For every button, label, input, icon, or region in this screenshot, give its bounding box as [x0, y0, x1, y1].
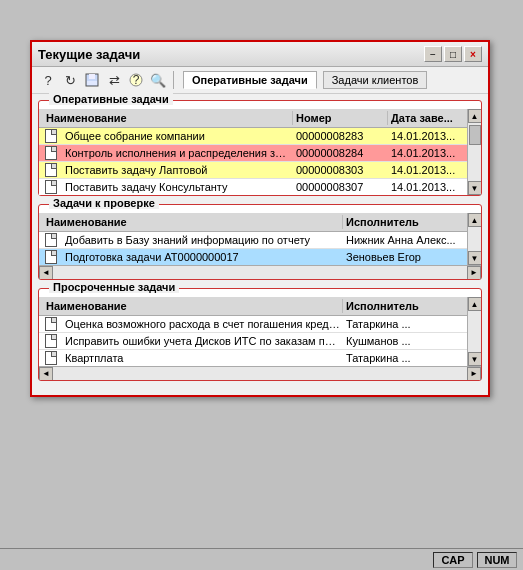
tab-clients[interactable]: Задачи клиентов — [323, 71, 428, 89]
status-bar: CAP NUM — [0, 548, 523, 570]
doc-icon — [43, 233, 59, 247]
save-icon[interactable] — [82, 70, 102, 90]
scroll-thumb[interactable] — [469, 125, 481, 145]
row-date: 14.01.2013... — [388, 180, 463, 194]
scroll-right-btn[interactable]: ► — [467, 266, 481, 280]
scroll-up-btn[interactable]: ▲ — [468, 213, 482, 227]
table-row[interactable]: Квартплата Татаркина ... — [39, 350, 467, 366]
review-scrollbar-h[interactable]: ◄ ► — [39, 265, 481, 279]
refresh-icon[interactable]: ↻ — [60, 70, 80, 90]
scroll-left-btn[interactable]: ◄ — [39, 266, 53, 280]
row-date: 14.01.2013... — [388, 163, 463, 177]
row-name: Оценка возможного расхода в счет погашен… — [62, 317, 343, 331]
row-num: 00000008303 — [293, 163, 388, 177]
row-name: Контроль исполнения и распределения зада… — [62, 146, 293, 160]
row-exec: Татаркина ... — [343, 317, 463, 331]
table-row[interactable]: Подготовка задачи АТ0000000017 Зеновьев … — [39, 249, 467, 265]
svg-rect-2 — [87, 81, 97, 85]
row-name: Добавить в Базу знаний информацию по отч… — [62, 233, 343, 247]
doc-icon — [43, 317, 59, 331]
row-exec: Татаркина ... — [343, 351, 463, 365]
transfer-icon[interactable]: ⇄ — [104, 70, 124, 90]
section-operative-title: Оперативные задачи — [49, 93, 173, 105]
table-row[interactable]: Контроль исполнения и распределения зада… — [39, 145, 467, 162]
section-operative: Оперативные задачи Наименование Номер Да… — [38, 100, 482, 196]
toolbar-separator — [173, 71, 174, 89]
close-button[interactable]: × — [464, 46, 482, 62]
overdue-scrollbar-h[interactable]: ◄ ► — [39, 366, 481, 380]
row-name: Поставить задачу Консультанту — [62, 180, 293, 194]
overdue-scrollbar-v[interactable]: ▲ ▼ — [467, 297, 481, 366]
col-name-header: Наименование — [43, 111, 293, 125]
table-row[interactable]: Добавить в Базу знаний информацию по отч… — [39, 232, 467, 249]
table-row[interactable]: Общее собрание компании 00000008283 14.0… — [39, 128, 467, 145]
toolbar: ? ↻ ⇄ ? 🔍 Оперативные задачи Задачи клие… — [32, 67, 488, 94]
row-exec: Кушманов ... — [343, 334, 463, 348]
title-bar: Текущие задачи − □ × — [32, 42, 488, 67]
main-window: Текущие задачи − □ × ? ↻ ⇄ ? 🔍 Оперативн… — [30, 40, 490, 397]
doc-icon — [43, 180, 59, 194]
row-name: Исправить ошибки учета Дисков ИТС по зак… — [62, 334, 343, 348]
svg-text:?: ? — [133, 73, 140, 87]
col-name-header-r: Наименование — [43, 215, 343, 229]
row-num: 00000008284 — [293, 146, 388, 160]
maximize-button[interactable]: □ — [444, 46, 462, 62]
svg-rect-1 — [89, 74, 95, 79]
scroll-down-btn[interactable]: ▼ — [468, 251, 482, 265]
scroll-up-btn[interactable]: ▲ — [468, 109, 482, 123]
col-exec-header-r: Исполнитель — [343, 215, 463, 229]
scroll-track-h — [53, 368, 467, 380]
row-name: Поставить задачу Лаптовой — [62, 163, 293, 177]
section-review-title: Задачи к проверке — [49, 197, 159, 209]
doc-icon — [43, 351, 59, 365]
row-date: 14.01.2013... — [388, 129, 463, 143]
row-exec: Зеновьев Егор — [343, 250, 463, 264]
section-overdue: Просроченные задачи Наименование Исполни… — [38, 288, 482, 381]
search-icon[interactable]: 🔍 — [148, 70, 168, 90]
doc-icon — [43, 334, 59, 348]
section-review: Задачи к проверке Наименование Исполните… — [38, 204, 482, 280]
doc-icon — [43, 129, 59, 143]
row-name: Общее собрание компании — [62, 129, 293, 143]
info-icon[interactable]: ? — [126, 70, 146, 90]
doc-icon — [43, 146, 59, 160]
desktop: Текущие задачи − □ × ? ↻ ⇄ ? 🔍 Оперативн… — [0, 0, 523, 570]
cap-indicator: CAP — [433, 552, 473, 568]
help-icon[interactable]: ? — [38, 70, 58, 90]
window-controls: − □ × — [424, 46, 482, 62]
scroll-right-btn[interactable]: ► — [467, 367, 481, 381]
scroll-track-h — [53, 267, 467, 279]
overdue-header: Наименование Исполнитель — [39, 297, 467, 316]
row-num: 00000008283 — [293, 129, 388, 143]
doc-icon — [43, 250, 59, 264]
scroll-down-btn[interactable]: ▼ — [468, 352, 482, 366]
review-header: Наименование Исполнитель — [39, 213, 467, 232]
col-name-header-o: Наименование — [43, 299, 343, 313]
scroll-left-btn[interactable]: ◄ — [39, 367, 53, 381]
window-content: Оперативные задачи Наименование Номер Да… — [32, 94, 488, 395]
review-scrollbar-v[interactable]: ▲ ▼ — [467, 213, 481, 265]
section-overdue-title: Просроченные задачи — [49, 281, 179, 293]
col-num-header: Номер — [293, 111, 388, 125]
row-name: Квартплата — [62, 351, 343, 365]
table-row[interactable]: Поставить задачу Лаптовой 00000008303 14… — [39, 162, 467, 179]
table-row[interactable]: Исправить ошибки учета Дисков ИТС по зак… — [39, 333, 467, 350]
tab-operative[interactable]: Оперативные задачи — [183, 71, 317, 89]
minimize-button[interactable]: − — [424, 46, 442, 62]
review-table: Наименование Исполнитель Добавить в Базу… — [39, 205, 481, 279]
doc-icon — [43, 163, 59, 177]
row-num: 00000008307 — [293, 180, 388, 194]
window-title: Текущие задачи — [38, 47, 140, 62]
scroll-down-btn[interactable]: ▼ — [468, 181, 482, 195]
row-date: 14.01.2013... — [388, 146, 463, 160]
col-exec-header-o: Исполнитель — [343, 299, 463, 313]
operative-header: Наименование Номер Дата заве... — [39, 109, 467, 128]
row-exec: Нижник Анна Алекс... — [343, 233, 463, 247]
row-name: Подготовка задачи АТ0000000017 — [62, 250, 343, 264]
scroll-up-btn[interactable]: ▲ — [468, 297, 482, 311]
col-date-header: Дата заве... — [388, 111, 463, 125]
num-indicator: NUM — [477, 552, 517, 568]
operative-scrollbar-v[interactable]: ▲ ▼ — [467, 109, 481, 195]
table-row[interactable]: Оценка возможного расхода в счет погашен… — [39, 316, 467, 333]
table-row[interactable]: Поставить задачу Консультанту 0000000830… — [39, 179, 467, 195]
